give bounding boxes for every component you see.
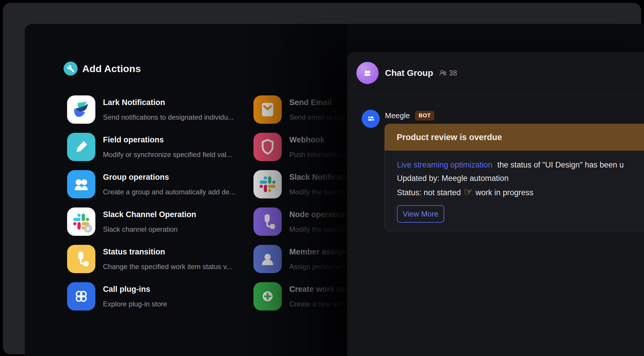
sender-name: Meegle bbox=[385, 111, 410, 120]
members-icon bbox=[439, 69, 447, 77]
action-title: Status transition bbox=[103, 247, 232, 256]
chat-group-title: Chat Group bbox=[385, 68, 433, 78]
screen: Add Actions Lark Notification Send notif… bbox=[0, 0, 644, 356]
status-flow-icon bbox=[67, 245, 95, 273]
work-item-link[interactable]: Live streaming optimization bbox=[397, 158, 492, 172]
divider bbox=[347, 94, 644, 94]
action-desc: Modify or synchronize specified field va… bbox=[103, 151, 232, 159]
action-title: Lark Notification bbox=[103, 98, 234, 107]
slack-channel-icon: # bbox=[67, 207, 95, 236]
member-count-value: 38 bbox=[449, 69, 457, 77]
message-card-title: Product review is overdue bbox=[397, 132, 502, 142]
node-flow-icon bbox=[253, 207, 282, 236]
action-desc: Explore plug-in store bbox=[103, 300, 167, 308]
lark-icon bbox=[67, 95, 95, 124]
pencil-icon bbox=[67, 133, 95, 161]
action-title: Group operations bbox=[103, 173, 235, 182]
action-title: Slack Channel Operation bbox=[103, 210, 196, 219]
status-prefix: Status: not started bbox=[397, 186, 461, 199]
chat-group-avatar[interactable] bbox=[356, 62, 379, 84]
action-desc: Send notifications to designated individ… bbox=[103, 113, 234, 121]
meegle-bot-avatar[interactable] bbox=[362, 110, 380, 128]
person-icon bbox=[253, 245, 282, 273]
plus-circle-icon bbox=[253, 282, 282, 310]
action-item-status-transition[interactable]: Status transition Change the specified w… bbox=[67, 245, 219, 273]
action-desc: Change the specified work item status v.… bbox=[103, 263, 232, 271]
action-title: Call plug-ins bbox=[103, 285, 167, 294]
message-card: Product review is overdue Live streaming… bbox=[384, 124, 644, 282]
status-suffix: work in progress bbox=[476, 186, 533, 199]
action-item-field-operations[interactable]: Field operations Modify or synchronize s… bbox=[67, 133, 219, 161]
people-icon bbox=[67, 170, 95, 198]
wrench-icon bbox=[64, 62, 78, 76]
action-item-lark-notification[interactable]: Lark Notification Send notifications to … bbox=[67, 95, 219, 124]
action-title: Field operations bbox=[103, 135, 232, 144]
member-count: 38 bbox=[439, 69, 457, 77]
email-icon bbox=[253, 95, 282, 124]
shield-icon bbox=[253, 133, 282, 161]
add-actions-header: Add Actions bbox=[64, 61, 141, 76]
message-line-1: Live streaming optimization the status o… bbox=[397, 158, 644, 172]
svg-text:#: # bbox=[86, 225, 90, 232]
message-sender-row: Meegle BOT bbox=[385, 111, 434, 121]
chat-header: Chat Group 38 bbox=[347, 52, 644, 94]
pointing-right-icon: ☞ bbox=[464, 185, 473, 198]
action-desc: Create a group and automatically add de.… bbox=[103, 188, 235, 196]
action-desc: Slack channel operation bbox=[103, 225, 196, 233]
action-item-group-operations[interactable]: Group operations Create a group and auto… bbox=[67, 170, 219, 198]
slack-icon bbox=[253, 170, 282, 198]
action-item-call-plugins[interactable]: Call plug-ins Explore plug-in store bbox=[67, 282, 219, 310]
message-line-1-text: the status of "UI Design" has been u bbox=[497, 158, 624, 172]
action-item-slack-channel-operation[interactable]: # Slack Channel Operation Slack channel … bbox=[67, 207, 219, 236]
page-title: Add Actions bbox=[82, 63, 141, 74]
message-line-3: Status: not started ☞ work in progress bbox=[397, 185, 644, 199]
chat-panel: Chat Group 38 Meegle BOT bbox=[347, 52, 644, 356]
view-more-button[interactable]: View More bbox=[397, 205, 444, 223]
message-card-body: Live streaming optimization the status o… bbox=[384, 151, 644, 231]
message-card-header: Product review is overdue bbox=[384, 124, 644, 151]
message-line-2: Updated by: Meegle automation bbox=[397, 172, 644, 185]
plugin-clover-icon bbox=[67, 282, 95, 310]
bot-badge: BOT bbox=[415, 111, 434, 121]
